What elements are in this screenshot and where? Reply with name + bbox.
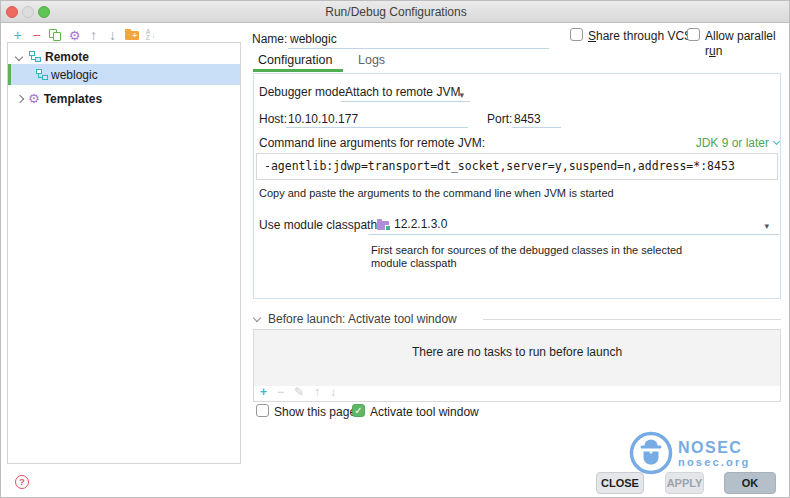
add-configuration-icon[interactable]: +: [11, 28, 24, 43]
before-launch-title: Before launch: Activate tool window: [268, 312, 457, 326]
classpath-value: 12.2.1.3.0: [394, 217, 447, 232]
close-button[interactable]: CLOSE: [596, 472, 644, 494]
name-input[interactable]: weblogic: [288, 32, 549, 49]
tasks-empty-message: There are no tasks to run before launch: [254, 345, 780, 359]
sort-letter-z: Z: [146, 35, 151, 41]
allow-parallel-run-label[interactable]: Allow parallel run: [705, 29, 789, 59]
edit-task-pencil-icon[interactable]: ✎: [294, 385, 304, 399]
activate-tool-window-label[interactable]: Activate tool window: [370, 405, 479, 420]
tree-item-weblogic-selected[interactable]: weblogic: [8, 64, 240, 85]
move-up-icon[interactable]: ↑: [87, 28, 100, 43]
folder-icon: +: [125, 29, 138, 41]
move-down-icon[interactable]: ↓: [106, 28, 119, 43]
templates-gear-icon: ⚙: [28, 92, 40, 105]
tasks-empty-area: There are no tasks to run before launch: [254, 330, 780, 386]
sort-arrow-icon: ↓: [151, 28, 155, 43]
copy-icon: [49, 29, 62, 42]
debugger-mode-value: Attach to remote JVM: [345, 85, 460, 99]
remote-config-icon: [35, 69, 48, 81]
section-divider: [483, 319, 781, 320]
remove-configuration-icon[interactable]: −: [30, 28, 43, 43]
plus-badge-icon: +: [132, 31, 137, 40]
sort-configurations-icon[interactable]: A Z ↓: [144, 28, 157, 43]
help-button[interactable]: ?: [15, 475, 29, 489]
jdk-version-selector[interactable]: JDK 9 or later: [641, 136, 779, 150]
edit-templates-gear-icon[interactable]: ⚙: [68, 28, 81, 43]
remove-task-icon[interactable]: −: [277, 385, 284, 399]
share-through-vcs-label[interactable]: Share through VCS: [588, 29, 692, 44]
tree-item-label: Remote: [45, 50, 89, 64]
add-task-icon[interactable]: +: [260, 385, 267, 399]
classpath-hint-line2: module classpath: [371, 257, 457, 270]
ok-button[interactable]: OK: [724, 472, 776, 494]
module-icon: [377, 219, 390, 230]
tab-logs[interactable]: Logs: [358, 53, 385, 67]
chevron-right-icon[interactable]: [16, 94, 24, 102]
dropdown-arrow-icon: ▾: [459, 90, 464, 100]
tree-item-label: weblogic: [51, 68, 98, 82]
tree-item-remote[interactable]: Remote: [8, 48, 240, 65]
classpath-dropdown[interactable]: 12.2.1.3.0 ▾: [369, 215, 779, 235]
cmd-args-input[interactable]: -agentlib:jdwp=transport=dt_socket,serve…: [256, 153, 778, 180]
show-this-page-checkbox[interactable]: [256, 404, 269, 417]
tab-configuration[interactable]: Configuration: [258, 53, 332, 67]
remote-config-icon: [28, 51, 41, 63]
port-label: Port:: [487, 112, 512, 127]
question-icon: ?: [19, 477, 25, 487]
classpath-label: Use module classpath:: [259, 218, 380, 233]
configurations-toolbar: + − ⚙ ↑ ↓ + A Z ↓: [11, 27, 157, 43]
allow-parallel-run-checkbox[interactable]: [687, 28, 700, 41]
move-task-down-icon[interactable]: ↓: [330, 385, 336, 399]
label-text: hare through VCS: [596, 29, 692, 43]
before-launch-collapse-icon[interactable]: [253, 314, 261, 322]
port-input[interactable]: 8453: [512, 112, 561, 128]
move-task-up-icon[interactable]: ↑: [314, 385, 320, 399]
mnemonic-letter: S: [588, 29, 596, 43]
debugger-mode-label: Debugger mode:: [259, 85, 348, 100]
configurations-tree: Remote weblogic ⚙ Templates: [7, 42, 241, 464]
jdk-version-text: JDK 9 or later: [696, 136, 769, 150]
cmd-args-hint: Copy and paste the arguments to the comm…: [259, 187, 614, 200]
cmd-args-label: Command line arguments for remote JVM:: [259, 136, 485, 151]
share-through-vcs-checkbox[interactable]: [570, 28, 583, 41]
selection-bar: [8, 64, 11, 85]
nosec-watermark: NOSEC nosec.org: [629, 431, 750, 475]
create-folder-icon[interactable]: +: [125, 28, 138, 43]
check-icon: ✓: [354, 404, 362, 417]
dropdown-arrow-icon: ▾: [764, 221, 769, 231]
host-input[interactable]: 10.10.10.177: [286, 112, 468, 128]
tree-item-label: Templates: [44, 92, 102, 106]
nosec-spy-logo-icon: [629, 431, 673, 475]
show-this-page-label[interactable]: Show this page: [274, 405, 356, 420]
chevron-down-icon[interactable]: [15, 52, 23, 60]
watermark-subtitle: nosec.org: [678, 456, 750, 468]
tree-item-templates[interactable]: ⚙ Templates: [8, 90, 240, 107]
copy-configuration-icon[interactable]: [49, 28, 62, 43]
window-titlebar: Run/Debug Configurations: [1, 1, 790, 23]
activate-tool-window-checkbox[interactable]: ✓: [352, 404, 365, 417]
configuration-form-panel: [253, 73, 781, 299]
watermark-title: NOSEC: [678, 439, 750, 456]
active-tab-underline: [253, 69, 343, 72]
debugger-mode-dropdown[interactable]: Attach to remote JVM ▾: [341, 85, 470, 102]
mnemonic-letter: u: [709, 44, 716, 58]
host-label: Host:: [259, 112, 287, 127]
classpath-hint-line1: First search for sources of the debugged…: [371, 244, 682, 257]
before-launch-tasks-panel: There are no tasks to run before launch …: [253, 329, 781, 402]
window-title: Run/Debug Configurations: [1, 5, 790, 19]
chevron-down-icon: [773, 138, 780, 145]
name-label: Name:: [252, 32, 287, 47]
apply-button[interactable]: APPLY: [665, 472, 704, 494]
tasks-toolbar: + − ✎ ↑ ↓: [260, 384, 336, 400]
run-debug-configurations-dialog: Run/Debug Configurations + − ⚙ ↑ ↓ + A Z…: [0, 0, 790, 498]
label-text: n: [716, 44, 723, 58]
